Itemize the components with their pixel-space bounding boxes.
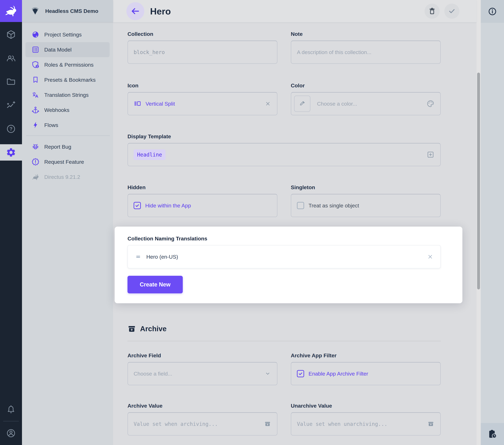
field-display-template: Display Template Headline bbox=[127, 133, 441, 166]
singleton-toggle[interactable]: Treat as single object bbox=[291, 194, 441, 217]
module-bar: ? bbox=[0, 0, 22, 445]
directus-logo[interactable] bbox=[0, 0, 22, 22]
nav-item-roles-permissions[interactable]: Roles & Permissions bbox=[22, 57, 113, 72]
palette-icon bbox=[426, 100, 435, 108]
arrow-left-icon bbox=[130, 6, 140, 16]
checkbox-checked-icon[interactable] bbox=[297, 370, 304, 377]
list-alt-icon bbox=[31, 46, 39, 54]
archive-field-select[interactable]: Choose a field... bbox=[127, 362, 277, 385]
nav-label: Flows bbox=[44, 122, 58, 128]
project-chooser[interactable]: Headless CMS Demo bbox=[22, 0, 113, 22]
nav-item-translation-strings[interactable]: Translation Strings bbox=[22, 87, 113, 102]
collection-settings-form: Collection block_hero Note A description… bbox=[113, 22, 477, 436]
hidden-label: Hide within the App bbox=[145, 203, 191, 209]
checkbox-unchecked-icon[interactable] bbox=[297, 202, 304, 209]
project-name: Headless CMS Demo bbox=[45, 8, 98, 14]
module-users[interactable] bbox=[0, 46, 22, 70]
version-label: Directus 9.21.2 bbox=[44, 174, 80, 180]
module-insights[interactable] bbox=[0, 94, 22, 117]
field-label: Hidden bbox=[127, 184, 277, 191]
module-content[interactable] bbox=[0, 23, 22, 46]
nav-item-flows[interactable]: Flows bbox=[22, 117, 113, 133]
info-section-button[interactable] bbox=[481, 0, 504, 23]
bug-icon bbox=[31, 143, 39, 151]
eyedropper-button[interactable] bbox=[294, 96, 310, 112]
chevron-down-icon bbox=[264, 370, 271, 377]
translate-icon bbox=[31, 91, 39, 99]
archive-app-filter-toggle[interactable]: Enable App Archive Filter bbox=[291, 362, 441, 385]
nav-item-data-model[interactable]: Data Model bbox=[25, 42, 109, 57]
display-template-input[interactable]: Headline bbox=[127, 143, 441, 166]
palette-button[interactable] bbox=[426, 100, 435, 108]
nav-item-presets-bookmarks[interactable]: Presets & Bookmarks bbox=[22, 72, 113, 87]
delete-button[interactable] bbox=[425, 4, 440, 19]
account-circle-icon bbox=[6, 428, 16, 438]
header-actions bbox=[425, 4, 459, 19]
archive-heading-text: Archive bbox=[140, 325, 167, 333]
field-label: Unarchive Value bbox=[291, 403, 441, 409]
template-field-chip[interactable]: Headline bbox=[134, 149, 165, 160]
translation-remove-button[interactable] bbox=[427, 253, 434, 260]
rabbit-icon bbox=[4, 4, 18, 18]
save-button[interactable] bbox=[444, 4, 459, 19]
nav-item-project-settings[interactable]: Project Settings bbox=[22, 27, 113, 42]
archive-value-input[interactable]: Value set when archiving... bbox=[127, 412, 277, 436]
settings-nav: Headless CMS Demo Project Settings bbox=[22, 0, 113, 445]
nav-label: Data Model bbox=[44, 47, 72, 53]
module-settings[interactable] bbox=[0, 144, 22, 161]
module-files[interactable] bbox=[0, 70, 22, 94]
field-label: Archive App Filter bbox=[291, 352, 441, 359]
add-field-button[interactable] bbox=[426, 151, 435, 159]
eyedropper-icon bbox=[298, 100, 306, 108]
color-placeholder: Choose a color... bbox=[317, 101, 357, 107]
trash-icon bbox=[428, 7, 436, 16]
create-new-button[interactable]: Create New bbox=[127, 276, 183, 293]
check-icon bbox=[447, 6, 457, 16]
back-button[interactable] bbox=[126, 2, 144, 20]
field-unarchive-value: Unarchive Value Value set when unarchivi… bbox=[291, 403, 441, 436]
nav-item-request-feature[interactable]: Request Feature bbox=[22, 154, 113, 169]
add-box-icon bbox=[426, 151, 435, 159]
nav-footer-list: Report Bug Request Feature bbox=[22, 139, 113, 184]
nav-list: Project Settings Data Model bbox=[22, 27, 113, 133]
drag-handle-icon[interactable] bbox=[134, 253, 142, 261]
directus-settings-screen: ? bbox=[0, 0, 504, 445]
field-label: Singleton bbox=[291, 184, 441, 191]
icon-value: Vertical Split bbox=[145, 101, 175, 107]
icon-input[interactable]: Vertical Split bbox=[127, 92, 277, 115]
note-placeholder: A description of this collection... bbox=[297, 49, 371, 55]
collection-input[interactable]: block_hero bbox=[127, 40, 277, 64]
icon-clear-button[interactable] bbox=[264, 100, 271, 107]
gear-icon bbox=[6, 147, 16, 158]
module-bottom bbox=[0, 397, 22, 445]
module-docs[interactable]: ? bbox=[0, 117, 22, 141]
translation-list-item[interactable]: Hero (en-US) bbox=[127, 245, 441, 268]
nav-label: Webhooks bbox=[44, 107, 69, 113]
revisions-section-button[interactable] bbox=[481, 423, 504, 445]
translation-item-text: Hero (en-US) bbox=[146, 254, 178, 260]
section-divider bbox=[127, 341, 441, 341]
account-button[interactable] bbox=[0, 422, 22, 445]
scrollbar-track[interactable] bbox=[477, 0, 481, 445]
unarchive-value-input[interactable]: Value set when unarchiving... bbox=[291, 412, 441, 436]
color-input[interactable]: Choose a color... bbox=[291, 92, 441, 115]
nav-label: Report Bug bbox=[44, 144, 71, 150]
field-collection: Collection block_hero bbox=[127, 31, 277, 64]
notifications-button[interactable] bbox=[0, 397, 22, 421]
field-label: Archive Field bbox=[127, 352, 277, 359]
bell-icon bbox=[6, 404, 16, 414]
archive-section-heading: Archive bbox=[127, 325, 441, 333]
module-items: ? bbox=[0, 22, 22, 161]
checkbox-checked-icon[interactable] bbox=[134, 202, 141, 209]
page-header: Hero bbox=[113, 0, 477, 22]
nav-item-report-bug[interactable]: Report Bug bbox=[22, 139, 113, 154]
nav-item-version: Directus 9.21.2 bbox=[22, 169, 113, 184]
scrollbar-thumb[interactable] bbox=[477, 73, 480, 290]
nav-item-webhooks[interactable]: Webhooks bbox=[22, 102, 113, 117]
collection-naming-translations-card: Collection Naming Translations Hero (en-… bbox=[115, 227, 462, 303]
hidden-toggle[interactable]: Hide within the App bbox=[127, 194, 277, 217]
note-input[interactable]: A description of this collection... bbox=[291, 40, 441, 64]
field-label: Display Template bbox=[127, 133, 441, 139]
field-note: Note A description of this collection... bbox=[291, 31, 441, 64]
vertical-split-icon bbox=[134, 100, 141, 107]
